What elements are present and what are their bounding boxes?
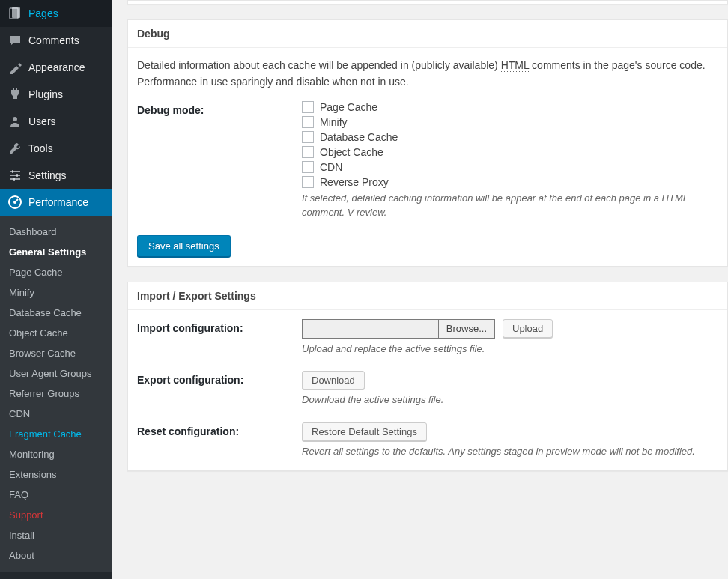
- debug-checkbox-label: CDN: [320, 161, 342, 173]
- settings-icon: [7, 168, 22, 183]
- save-all-settings-button[interactable]: Save all settings: [137, 235, 231, 257]
- export-config-label: Export configuration:: [137, 371, 302, 407]
- submenu-item[interactable]: Support: [0, 505, 112, 525]
- submenu-item[interactable]: Extensions: [0, 464, 112, 485]
- admin-sidebar: PagesCommentsAppearancePluginsUsersTools…: [0, 0, 112, 579]
- submenu-item[interactable]: Monitoring: [0, 444, 112, 464]
- debug-mode-label: Debug mode:: [137, 101, 302, 220]
- import-config-label: Import configuration:: [137, 319, 302, 357]
- svg-rect-4: [10, 175, 20, 176]
- sidebar-item-label: Comments: [28, 34, 79, 46]
- main-content: Debug Detailed information about each ca…: [112, 0, 728, 579]
- sidebar-item-plugins[interactable]: Plugins: [0, 81, 112, 108]
- sidebar-item-label: Performance: [28, 196, 88, 208]
- debug-mode-description: If selected, detailed caching informatio…: [302, 191, 718, 220]
- sidebar-item-label: Settings: [28, 169, 67, 181]
- sidebar-item-label: Appearance: [28, 61, 85, 73]
- submenu-item[interactable]: Object Cache: [0, 323, 112, 343]
- submenu-item[interactable]: FAQ: [0, 485, 112, 505]
- sidebar-item-label: Users: [28, 115, 56, 127]
- sidebar-item-performance[interactable]: Performance: [0, 189, 112, 216]
- debug-checkbox-label: Minify: [320, 116, 348, 128]
- submenu-item[interactable]: Referrer Groups: [0, 384, 112, 404]
- sidebar-item-appearance[interactable]: Appearance: [0, 54, 112, 81]
- sidebar-item-label: Plugins: [28, 88, 63, 100]
- debug-checkbox-reverse-proxy[interactable]: [302, 176, 314, 188]
- submenu-item[interactable]: User Agent Groups: [0, 363, 112, 384]
- debug-heading: Debug: [128, 20, 727, 48]
- debug-checkbox-minify[interactable]: [302, 116, 314, 128]
- sidebar-item-label: Pages: [28, 7, 58, 19]
- pages-icon: [7, 6, 22, 21]
- debug-section: Debug Detailed information about each ca…: [127, 19, 728, 267]
- browse-button[interactable]: Browse...: [438, 320, 494, 338]
- debug-checkbox-label: Reverse Proxy: [320, 176, 389, 188]
- svg-rect-3: [10, 171, 20, 172]
- debug-checkbox-object-cache[interactable]: [302, 146, 314, 158]
- debug-checkbox-label: Page Cache: [320, 101, 377, 113]
- debug-checkbox-label: Database Cache: [320, 131, 398, 143]
- export-description: Download the active settings file.: [302, 392, 718, 407]
- svg-point-10: [13, 201, 16, 204]
- import-export-heading: Import / Export Settings: [128, 282, 727, 310]
- tools-icon: [7, 141, 22, 156]
- sidebar-item-users[interactable]: Users: [0, 108, 112, 135]
- submenu-item[interactable]: Page Cache: [0, 262, 112, 282]
- submenu-item[interactable]: Dashboard: [0, 222, 112, 242]
- sidebar-item-label: Tools: [28, 142, 53, 154]
- svg-rect-7: [16, 174, 18, 177]
- sidebar-item-tools[interactable]: Tools: [0, 135, 112, 162]
- upload-button[interactable]: Upload: [503, 319, 553, 338]
- svg-rect-1: [12, 7, 20, 18]
- submenu-item[interactable]: Install: [0, 525, 112, 545]
- debug-intro: Detailed information about each cache wi…: [137, 57, 718, 91]
- users-icon: [7, 114, 22, 129]
- submenu-item[interactable]: Fragment Cache: [0, 424, 112, 444]
- sidebar-item-comments[interactable]: Comments: [0, 27, 112, 54]
- submenu-item[interactable]: Database Cache: [0, 303, 112, 323]
- performance-icon: [7, 195, 22, 210]
- svg-rect-8: [13, 178, 15, 181]
- reset-config-label: Reset configuration:: [137, 422, 302, 459]
- submenu-item[interactable]: Browser Cache: [0, 343, 112, 363]
- submenu-item[interactable]: General Settings: [0, 242, 112, 262]
- download-button[interactable]: Download: [302, 371, 365, 389]
- debug-checkbox-page-cache[interactable]: [302, 101, 314, 113]
- restore-defaults-button[interactable]: Restore Default Settings: [302, 422, 427, 441]
- comments-icon: [7, 33, 22, 48]
- plugins-icon: [7, 87, 22, 102]
- sidebar-item-pages[interactable]: Pages: [0, 0, 112, 27]
- import-export-section: Import / Export Settings Import configur…: [127, 282, 728, 472]
- debug-checkbox-label: Object Cache: [320, 146, 383, 158]
- svg-rect-6: [12, 170, 13, 173]
- reset-description: Revert all settings to the defaults. Any…: [302, 444, 718, 459]
- svg-point-2: [13, 117, 17, 121]
- sidebar-item-settings[interactable]: Settings: [0, 162, 112, 189]
- debug-checkbox-cdn[interactable]: [302, 161, 314, 173]
- submenu-item[interactable]: CDN: [0, 404, 112, 424]
- appearance-icon: [7, 60, 22, 75]
- file-input[interactable]: Browse...: [302, 319, 495, 339]
- import-description: Upload and replace the active settings f…: [302, 342, 718, 357]
- debug-checkbox-database-cache[interactable]: [302, 131, 314, 143]
- submenu-item[interactable]: Minify: [0, 282, 112, 303]
- submenu-item[interactable]: About: [0, 545, 112, 566]
